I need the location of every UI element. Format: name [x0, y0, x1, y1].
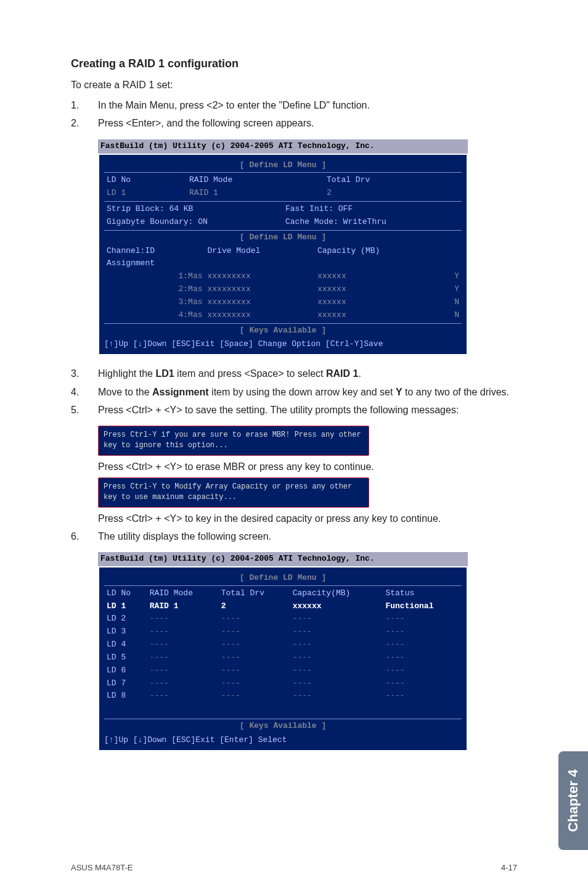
drive-assignment: N — [443, 309, 462, 322]
ld-status: ---- — [383, 638, 462, 651]
b: LD1 — [155, 368, 174, 379]
ld-mode: ---- — [147, 638, 219, 651]
step-2: 2. Press <Enter>, and the following scre… — [71, 116, 514, 130]
ld-status: ---- — [383, 690, 462, 703]
drive-row: 1:MasxxxxxxxxxxxxxxxY — [104, 270, 462, 283]
ld-cap: ---- — [290, 664, 383, 677]
ld-row: LD 3---------------- — [104, 625, 462, 638]
drive-row: 2:MasxxxxxxxxxxxxxxxY — [104, 283, 462, 296]
col-status: Status — [383, 587, 462, 600]
chapter-tab: Chapter 4 — [558, 751, 588, 850]
t: Highlight the — [98, 368, 155, 379]
options-table: Strip Block: 64 KB Fast Init: OFF Gigaby… — [104, 203, 462, 229]
step-3: 3. Highlight the LD1 item and press <Spa… — [71, 366, 514, 381]
step-body: Press <Enter>, and the following screen … — [98, 116, 514, 130]
footer-left: ASUS M4A78T-E — [71, 863, 133, 872]
step-body: Press <Ctrl> + <Y> to save the setting. … — [98, 403, 514, 417]
step-body: Move to the Assignment item by using the… — [98, 385, 514, 399]
ld-row: LD 8---------------- — [104, 690, 462, 703]
t: . — [358, 368, 361, 379]
drive-channel: 3:Mas — [104, 296, 205, 309]
ld-row: LD 6---------------- — [104, 664, 462, 677]
opt-strip: Strip Block: 64 KB — [104, 203, 283, 216]
ld-row: LD 4---------------- — [104, 638, 462, 651]
drive-capacity: xxxxxx — [315, 309, 443, 322]
intro-text: To create a RAID 1 set: — [71, 78, 514, 92]
ld-mode: ---- — [147, 677, 219, 690]
footer-right: 4-17 — [501, 863, 517, 872]
drive-table: Channel:ID Drive Model Capacity (MB) Ass… — [104, 245, 462, 322]
drive-capacity: xxxxxx — [315, 270, 443, 283]
step-number: 3. — [71, 366, 98, 381]
ld-id: LD 6 — [104, 664, 147, 677]
ld-id: LD 4 — [104, 638, 147, 651]
drive-model: xxxxxxxxx — [205, 283, 315, 296]
t: to any two of the drives. — [402, 387, 509, 397]
val-mode: RAID 1 — [187, 187, 324, 200]
ld-status: Functional — [383, 600, 462, 613]
col-capacity: Capacity (MB) — [315, 245, 443, 258]
ld-cap: ---- — [290, 613, 383, 625]
bios-panel-define-ld: FastBuild (tm) Utility (c) 2004-2005 ATI… — [98, 139, 468, 356]
ld-total: 2 — [219, 600, 290, 613]
ld-cap: ---- — [290, 625, 383, 638]
step-body: The utility displays the following scree… — [98, 529, 514, 543]
step-body: In the Main Menu, press <2> to enter the… — [98, 98, 514, 112]
drive-row: 4:MasxxxxxxxxxxxxxxxN — [104, 309, 462, 322]
b: Y — [396, 387, 402, 397]
ld-id: LD 3 — [104, 625, 147, 638]
drive-row: 3:MasxxxxxxxxxxxxxxxN — [104, 296, 462, 309]
keys-label: [ Keys Available ] — [104, 720, 462, 732]
prompt-erase-mbr: Press Ctrl-Y if you are sure to erase MB… — [98, 426, 369, 456]
ld-total: ---- — [219, 651, 290, 664]
step-1: 1. In the Main Menu, press <2> to enter … — [71, 98, 514, 112]
drive-capacity: xxxxxx — [315, 296, 443, 309]
ld-list-table: LD No RAID Mode Total Drv Capacity(MB) S… — [104, 587, 462, 703]
col-total: Total Drv — [324, 174, 462, 187]
step-number: 2. — [71, 116, 98, 130]
opt-cache: Cache Mode: WriteThru — [283, 216, 462, 229]
ld-status: ---- — [383, 613, 462, 625]
t: Move to the — [98, 387, 152, 397]
opt-gb: Gigabyte Boundary: ON — [104, 216, 283, 229]
ld-mode: ---- — [147, 664, 219, 677]
sub-instruction-a: Press <Ctrl> + <Y> to erase MBR or press… — [98, 460, 514, 474]
ld-total: ---- — [219, 625, 290, 638]
ld-cap: ---- — [290, 651, 383, 664]
col-mode: RAID Mode — [147, 587, 219, 600]
step-6: 6. The utility displays the following sc… — [71, 529, 514, 543]
ld-id: LD 1 — [104, 600, 147, 613]
bios-title: FastBuild (tm) Utility (c) 2004-2005 ATI… — [98, 139, 468, 154]
ld-id: LD 7 — [104, 677, 147, 690]
drive-channel: 1:Mas — [104, 270, 205, 283]
step-number: 6. — [71, 529, 98, 543]
val-total: 2 — [324, 187, 462, 200]
col-ld: LD No — [104, 587, 147, 600]
ld-row: LD 5---------------- — [104, 651, 462, 664]
b: RAID 1 — [326, 368, 358, 379]
drive-assignment: Y — [443, 283, 462, 296]
ld-id: LD 2 — [104, 613, 147, 625]
ld-mode: ---- — [147, 651, 219, 664]
assignment-label: Assignment — [104, 257, 462, 270]
bios-panel-ld-list: FastBuild (tm) Utility (c) 2004-2005 ATI… — [98, 552, 468, 751]
ld-row: LD 2---------------- — [104, 613, 462, 625]
ld-total: ---- — [219, 664, 290, 677]
ld-row: LD 7---------------- — [104, 677, 462, 690]
menu-label: [ Define LD Menu ] — [104, 572, 462, 584]
ld-mode: ---- — [147, 613, 219, 625]
ld-status: ---- — [383, 651, 462, 664]
ld-total: ---- — [219, 690, 290, 703]
col-channel: Channel:ID — [104, 245, 205, 258]
ld-mode: ---- — [147, 625, 219, 638]
drive-model: xxxxxxxxx — [205, 296, 315, 309]
ld-status: ---- — [383, 625, 462, 638]
ld-total: ---- — [219, 613, 290, 625]
t: item by using the down arrow key and set — [209, 387, 396, 397]
ld-header-table: LD No RAID Mode Total Drv LD 1 RAID 1 2 — [104, 174, 462, 200]
b: Assignment — [152, 387, 209, 397]
ld-id: LD 5 — [104, 651, 147, 664]
t: item and press <Space> to select — [174, 368, 326, 379]
ld-id: LD 8 — [104, 690, 147, 703]
drive-assignment: Y — [443, 270, 462, 283]
